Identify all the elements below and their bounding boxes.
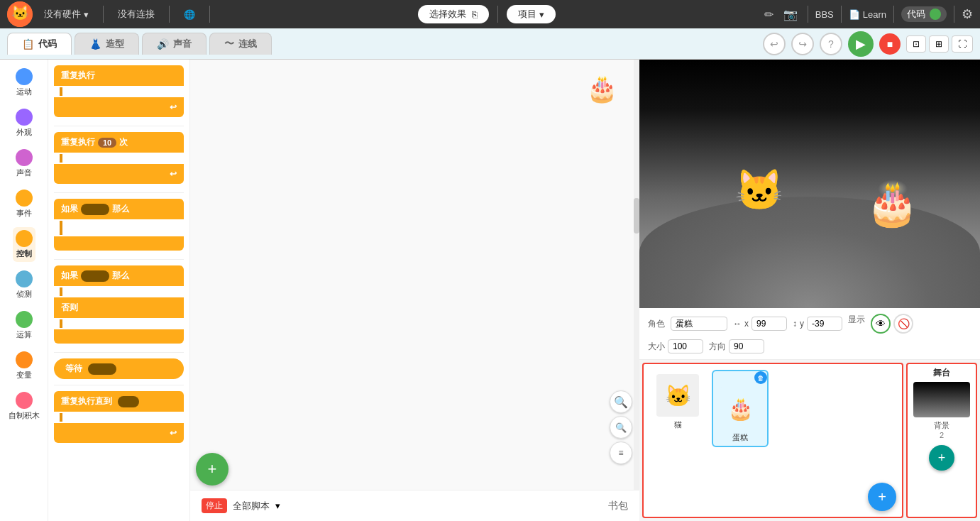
tab-sound[interactable]: 🔊 声音 — [142, 33, 207, 55]
category-operators[interactable]: 运算 — [13, 308, 35, 343]
wait-condition-slot[interactable] — [88, 363, 116, 375]
gear-icon: ⚙ — [962, 7, 973, 21]
effect-button[interactable]: 选择效果 ⎘ — [418, 5, 489, 23]
if-then-else-block[interactable]: 如果 那么 — [54, 265, 184, 286]
zoom-out-button[interactable]: 🔍 — [610, 416, 632, 439]
expand-left-button[interactable]: ⊡ — [906, 35, 926, 53]
show-button[interactable]: 👁 — [871, 314, 891, 334]
redo-button[interactable]: ↩ — [791, 33, 814, 55]
repeat-forever-block[interactable]: 重复执行 — [54, 65, 184, 86]
divider-palette-5 — [54, 385, 184, 385]
x-input[interactable] — [751, 317, 787, 331]
scroll-thumb[interactable] — [634, 198, 639, 234]
repeat-forever-end[interactable]: ↩ — [54, 97, 184, 117]
sprite-name-input[interactable] — [671, 317, 727, 331]
undo-icon: ↩ — [770, 38, 778, 50]
stage-thumb-image[interactable] — [913, 382, 970, 417]
add-block-button[interactable]: + — [196, 453, 229, 486]
undo-button[interactable]: ↩ — [763, 33, 786, 55]
add-sprite-button[interactable]: + — [868, 483, 896, 511]
stage-thumb-bg — [913, 382, 970, 417]
all-scripts-label[interactable]: 全部脚本 — [233, 500, 270, 512]
hardware-selector[interactable]: 没有硬件 ▾ — [38, 5, 94, 23]
if-else-condition-slot[interactable] — [81, 270, 109, 282]
category-myblocks[interactable]: 自制积木 — [6, 389, 43, 424]
logo: 🐱 — [7, 1, 33, 27]
category-sound[interactable]: 声音 — [13, 146, 35, 181]
globe-icon-btn[interactable]: 🌐 — [178, 6, 201, 23]
if-else-end[interactable] — [54, 329, 184, 344]
code-toggle[interactable]: 代码 — [901, 6, 947, 22]
zoom-in-button[interactable]: 🔍 — [610, 390, 632, 413]
expand-controls: ⊡ ⊞ ⛶ — [906, 35, 973, 53]
all-scripts-dropdown[interactable]: ▾ — [275, 500, 280, 511]
wait-block[interactable]: 等待 — [54, 358, 184, 379]
script-canvas: 🎂 — [190, 60, 639, 521]
connection-selector[interactable]: 没有连接 — [112, 5, 160, 23]
project-button[interactable]: 项目 ▾ — [507, 5, 556, 23]
tabbar: 📋 代码 👗 造型 🔊 声音 〜 连线 ↩ ↩ ? ▶ ■ ⊡ ⊞ ⛶ — [0, 28, 980, 60]
costume-tab-icon: 👗 — [89, 38, 101, 50]
stop-button[interactable]: ■ — [879, 33, 901, 55]
settings-button[interactable]: ⚙ — [962, 6, 973, 22]
stage-preview: 🐱 🎂 — [639, 60, 980, 308]
bbs-label[interactable]: BBS — [815, 9, 834, 20]
category-variables[interactable]: 变量 — [13, 349, 35, 383]
direction-input[interactable] — [729, 339, 764, 353]
camera-button[interactable]: 📷 — [781, 5, 800, 24]
main-content: 运动 外观 声音 事件 控制 侦测 运算 变量 — [0, 60, 980, 521]
if-condition-slot[interactable] — [81, 204, 109, 215]
events-label: 事件 — [16, 208, 32, 219]
sprites-grid: 🐱 猫 🗑 🎂 蛋糕 — [649, 370, 896, 447]
wait-label: 等待 — [65, 363, 82, 375]
size-input[interactable] — [668, 339, 703, 353]
block-indent-6 — [60, 413, 184, 422]
effect-label: 选择效果 — [429, 8, 466, 21]
category-looks[interactable]: 外观 — [13, 106, 35, 141]
green-flag-button[interactable]: ▶ — [848, 31, 874, 57]
repeat-until-block[interactable]: 重复执行直到 — [54, 391, 184, 412]
sprite-card-cat[interactable]: 🐱 猫 — [649, 370, 706, 447]
code-label: 代码 — [907, 8, 925, 21]
add-backdrop-button[interactable]: + — [929, 445, 954, 471]
tab-wire[interactable]: 〜 连线 — [209, 33, 272, 55]
y-input[interactable] — [807, 317, 842, 331]
if-else-if-label: 如果 — [61, 270, 78, 282]
sprite-delete-button[interactable]: 🗑 — [754, 371, 767, 384]
sprite-card-cake[interactable]: 🗑 🎂 蛋糕 — [712, 370, 769, 447]
else-block[interactable]: 否则 — [54, 297, 184, 318]
repeat-n-input[interactable]: 10 — [98, 138, 116, 148]
x-coord-group: ↔ x — [733, 317, 787, 331]
learn-button[interactable]: 📄 Learn — [849, 9, 886, 20]
bg-label: 背景 — [934, 420, 949, 431]
help-button[interactable]: ? — [820, 33, 842, 55]
arrow-icon-2: ↩ — [170, 169, 177, 179]
category-motion[interactable]: 运动 — [13, 65, 35, 100]
myblocks-dot — [16, 392, 33, 409]
category-events[interactable]: 事件 — [13, 187, 35, 221]
script-area[interactable]: 🎂 🔍 🔍 ≡ 停止 全部脚本 ▾ — [190, 60, 639, 521]
repeat-until-end[interactable]: ↩ — [54, 423, 184, 443]
category-sensing[interactable]: 侦测 — [13, 268, 35, 302]
if-then-block[interactable]: 如果 那么 — [54, 199, 184, 219]
pencil-button[interactable]: ✏ — [761, 5, 776, 24]
repeat-until-slot[interactable] — [118, 396, 139, 407]
hide-button[interactable]: 🚫 — [893, 314, 913, 334]
repeat-n-block[interactable]: 重复执行 10 次 — [54, 132, 184, 153]
if-label: 如果 — [61, 203, 78, 215]
stop-all-button[interactable]: 停止 — [202, 498, 227, 513]
expand-right-button[interactable]: ⊞ — [929, 35, 949, 53]
learn-doc-icon: 📄 — [849, 9, 860, 20]
fullscreen-button[interactable]: ⛶ — [952, 35, 973, 53]
block-indent — [60, 87, 184, 96]
center-view-button[interactable]: ≡ — [610, 442, 632, 464]
learn-label: Learn — [863, 9, 886, 20]
scroll-track — [634, 60, 639, 521]
stage-image: 🐱 🎂 — [639, 60, 980, 308]
tab-costume[interactable]: 👗 造型 — [75, 33, 139, 55]
category-control[interactable]: 控制 — [13, 227, 35, 262]
if-then-end[interactable] — [54, 236, 184, 251]
repeat-n-end[interactable]: ↩ — [54, 164, 184, 184]
variables-dot — [16, 351, 33, 368]
tab-code[interactable]: 📋 代码 — [7, 33, 72, 55]
